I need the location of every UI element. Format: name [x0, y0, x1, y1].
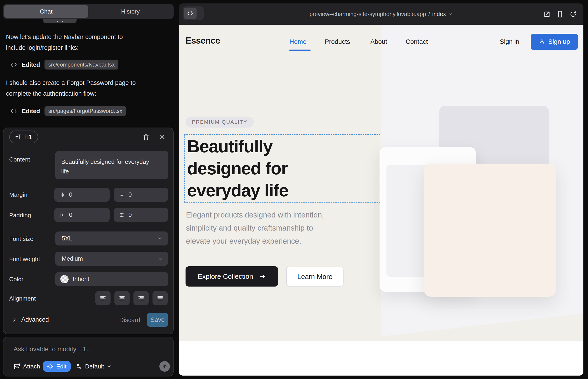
save-button[interactable]: Save	[147, 313, 168, 327]
align-left-button[interactable]	[95, 291, 110, 305]
margin-vertical-icon	[119, 192, 125, 198]
hero-heading-line: designed for	[187, 157, 288, 179]
chat-message: Now let's update the Navbar component to…	[6, 32, 123, 53]
padding-horizontal-icon	[59, 212, 65, 218]
padding-x-value: 0	[69, 211, 72, 218]
chat-message-line: complete the authentication flow:	[6, 88, 136, 99]
font-size-select[interactable]: 5XL	[55, 232, 168, 245]
content-input-value: Beautifully designed for everyday life	[61, 157, 157, 176]
alignment-label: Alignment	[9, 295, 36, 302]
url-page: index	[432, 11, 446, 17]
chevron-down-icon	[157, 256, 163, 262]
align-right-button[interactable]	[134, 291, 149, 305]
nav-link-home[interactable]: Home	[289, 38, 307, 46]
edited-file-row: Edited src/pages/ForgotPassword.tsx	[10, 107, 126, 116]
attach-button[interactable]: Attach	[14, 361, 40, 372]
content-input[interactable]: Beautifully designed for everyday life	[55, 151, 168, 179]
close-editor-button[interactable]	[159, 134, 166, 141]
save-label: Save	[150, 316, 165, 323]
tab-history-label: History	[121, 8, 140, 15]
file-chip[interactable]: src/components/Navbar.tsx	[45, 60, 118, 69]
site-logo[interactable]: Essence	[186, 36, 220, 46]
margin-horizontal-icon	[59, 192, 65, 198]
sign-up-button[interactable]: Sign up	[531, 34, 578, 50]
hero-heading[interactable]: Beautifully designed for everyday life	[187, 135, 288, 201]
site-viewport: Essence Home Products About Contact Sign…	[179, 25, 583, 376]
delete-element-button[interactable]	[142, 133, 150, 141]
selected-element-tag[interactable]: h1	[9, 130, 38, 143]
align-justify-button[interactable]	[153, 291, 168, 305]
font-weight-label: Font weight	[9, 255, 40, 263]
color-swatch	[60, 275, 69, 283]
composer-input[interactable]	[14, 346, 160, 353]
margin-x-value: 0	[69, 191, 72, 198]
sign-up-label: Sign up	[548, 38, 570, 46]
app-window: Chat History Now let's update the Navbar…	[0, 0, 588, 379]
selected-element-tag-label: h1	[25, 134, 32, 141]
chevron-down-icon	[107, 364, 112, 369]
hero-heading-line: Beautifully	[187, 135, 288, 157]
chat-message-line: Now let's update the Navbar component to	[6, 32, 123, 42]
nav-link-contact[interactable]: Contact	[406, 38, 428, 46]
align-center-button[interactable]	[114, 291, 130, 305]
nav-link-products[interactable]: Products	[325, 38, 350, 46]
refresh-button[interactable]	[570, 11, 576, 18]
font-weight-value: Medium	[62, 255, 83, 262]
discard-button[interactable]: Discard	[119, 316, 140, 324]
tab-history[interactable]: History	[88, 5, 172, 18]
chevron-down-icon	[157, 236, 163, 242]
edit-mode-button[interactable]: Edit	[43, 361, 71, 372]
margin-y-input[interactable]: 0	[114, 188, 168, 202]
content-label: Content	[9, 156, 30, 163]
tab-chat[interactable]: Chat	[4, 5, 88, 18]
color-select[interactable]: Inherit	[55, 272, 168, 286]
font-size-label: Font size	[9, 235, 33, 242]
hero-heading-line: everyday life	[187, 179, 288, 201]
mobile-view-button[interactable]	[557, 11, 563, 18]
tab-chat-label: Chat	[40, 8, 52, 15]
advanced-label: Advanced	[21, 316, 49, 323]
edit-mode-label: Edit	[56, 363, 66, 370]
chat-composer: Attach Edit Default	[3, 337, 174, 377]
advanced-toggle[interactable]: Advanced	[12, 316, 49, 323]
padding-vertical-icon	[119, 212, 125, 218]
hero-paragraph: Elegant products designed with intention…	[186, 208, 324, 248]
image-plus-icon	[14, 363, 20, 370]
font-weight-select[interactable]: Medium	[55, 252, 168, 266]
discard-label: Discard	[119, 316, 140, 323]
margin-label: Margin	[9, 191, 27, 198]
url-separator: /	[428, 11, 430, 17]
url-bar[interactable]: preview--charming-site-symphony.lovable.…	[179, 3, 583, 25]
chat-message: I should also create a Forgot Password p…	[6, 78, 136, 99]
send-button[interactable]	[159, 361, 170, 372]
file-chip[interactable]: src/pages/ForgotPassword.tsx	[45, 106, 126, 116]
padding-x-input[interactable]: 0	[54, 208, 110, 222]
arrow-right-icon	[259, 273, 266, 280]
nav-active-underline	[289, 49, 310, 51]
explore-collection-label: Explore Collection	[198, 272, 253, 280]
model-default-label: Default	[85, 363, 104, 370]
learn-more-label: Learn More	[297, 273, 332, 281]
font-size-value: 5XL	[62, 235, 72, 242]
hero-paragraph-line: simplicity and quality craftsmanship to	[186, 221, 324, 235]
explore-collection-button[interactable]: Explore Collection	[186, 266, 278, 286]
margin-x-input[interactable]: 0	[54, 188, 110, 202]
nav-link-about[interactable]: About	[370, 38, 387, 46]
hero-card-beige	[424, 164, 556, 297]
edited-label: Edited	[22, 61, 40, 68]
open-external-button[interactable]	[543, 11, 550, 18]
padding-y-value: 0	[128, 211, 132, 218]
attach-label: Attach	[23, 363, 40, 370]
model-default-dropdown[interactable]: Default	[76, 361, 112, 372]
preview-browser-window: preview--charming-site-symphony.lovable.…	[179, 3, 583, 376]
chat-message-line: include login/register links:	[6, 42, 123, 53]
hero-paragraph-line: elevate your everyday experience.	[186, 235, 324, 248]
url-domain: preview--charming-site-symphony.lovable.…	[309, 11, 426, 17]
sign-in-link[interactable]: Sign in	[500, 38, 519, 46]
chevron-down-icon	[448, 12, 453, 16]
chat-message-line: I should also create a Forgot Password p…	[6, 78, 136, 88]
section-below-hero	[179, 341, 583, 376]
margin-y-value: 0	[128, 191, 132, 198]
learn-more-button[interactable]: Learn More	[286, 267, 343, 286]
padding-y-input[interactable]: 0	[114, 208, 168, 222]
